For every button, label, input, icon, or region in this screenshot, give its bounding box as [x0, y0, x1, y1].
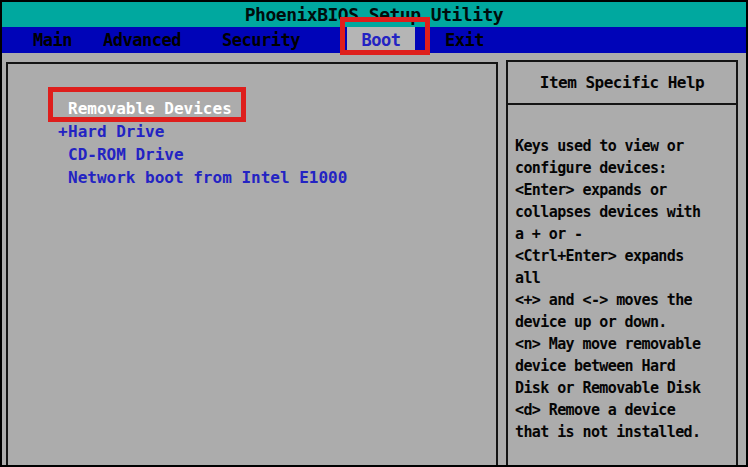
boot-item-label: Hard Drive: [68, 120, 164, 143]
help-line: configure devices:: [515, 157, 736, 179]
boot-item-cdrom-drive[interactable]: CD-ROM Drive: [58, 143, 347, 166]
expand-indicator: [58, 97, 68, 120]
help-line: <n> May move removable: [515, 333, 736, 355]
help-line: collapses devices with: [515, 201, 736, 223]
titlebar: PhoenixBIOS Setup Utility: [2, 2, 746, 27]
help-line: all: [515, 267, 736, 289]
app-title: PhoenixBIOS Setup Utility: [245, 4, 503, 25]
help-line: device up or down.: [515, 311, 736, 333]
boot-order-panel: Removable Devices + Hard Drive CD-ROM Dr…: [6, 62, 498, 467]
boot-device-list: Removable Devices + Hard Drive CD-ROM Dr…: [58, 97, 347, 189]
boot-item-network-boot[interactable]: Network boot from Intel E1000: [58, 166, 347, 189]
boot-item-label: Network boot from Intel E1000: [68, 166, 347, 189]
help-line: <d> Remove a device: [515, 399, 736, 421]
expand-indicator: [58, 166, 68, 189]
help-line: Keys used to view or: [515, 135, 736, 157]
help-panel-title: Item Specific Help: [508, 62, 736, 105]
tab-boot[interactable]: Boot: [347, 27, 415, 53]
item-specific-help-panel: Item Specific Help Keys used to view or …: [506, 60, 738, 467]
help-panel-text: Keys used to view or configure devices: …: [508, 105, 736, 443]
help-line: <Enter> expands or: [515, 179, 736, 201]
tab-exit[interactable]: Exit: [445, 27, 484, 53]
boot-item-removable-devices[interactable]: Removable Devices: [58, 97, 347, 120]
boot-item-label: Removable Devices: [68, 97, 232, 120]
boot-item-hard-drive[interactable]: + Hard Drive: [58, 120, 347, 143]
help-line: <Ctrl+Enter> expands: [515, 245, 736, 267]
help-line: that is not installed.: [515, 421, 736, 443]
boot-item-label: CD-ROM Drive: [68, 143, 184, 166]
help-line: device between Hard: [515, 355, 736, 377]
tab-security[interactable]: Security: [222, 27, 300, 53]
help-line: a + or -: [515, 223, 736, 245]
expand-indicator: +: [58, 120, 68, 143]
expand-indicator: [58, 143, 68, 166]
tab-main[interactable]: Main: [33, 27, 72, 53]
tab-advanced[interactable]: Advanced: [103, 27, 181, 53]
help-line: <+> and <-> moves the: [515, 289, 736, 311]
help-line: Disk or Removable Disk: [515, 377, 736, 399]
bios-setup-screen: PhoenixBIOS Setup Utility Main Advanced …: [0, 0, 748, 467]
menu-bar: Main Advanced Security Boot Exit: [2, 27, 746, 53]
